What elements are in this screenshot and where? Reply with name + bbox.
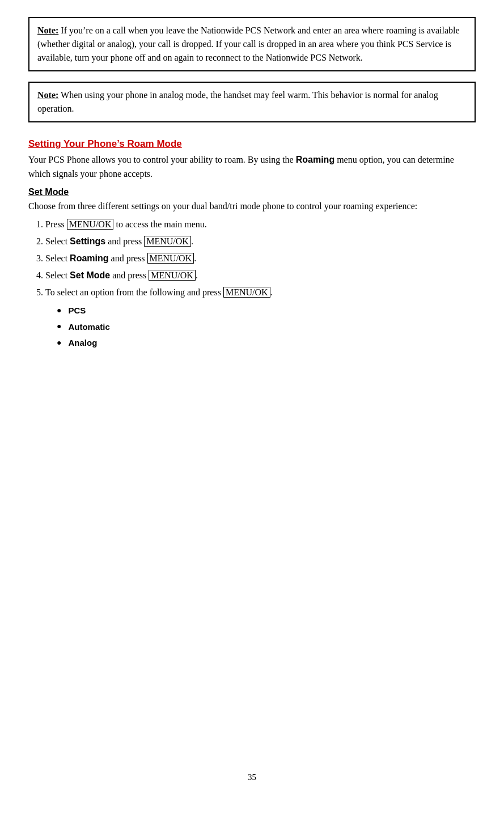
section-title: Setting Your Phone’s Roam Mode [28, 138, 476, 150]
subsection-title: Set Mode [28, 187, 476, 197]
note2-text: When using your phone in analog mode, th… [37, 90, 438, 113]
step2-bold: Settings [70, 236, 105, 246]
note-box-2: Note: When using your phone in analog mo… [28, 82, 476, 122]
note1-label: Note: [37, 26, 58, 35]
step-1: Press MENU/OK to access the main menu. [45, 218, 476, 232]
roam-mode-section: Setting Your Phone’s Roam Mode Your PCS … [28, 138, 476, 349]
step4-bold: Set Mode [70, 270, 110, 280]
bullet-analog: Analog [57, 336, 476, 349]
step2-key: MENU/OK [144, 236, 191, 247]
bullet-pcs: PCS [57, 304, 476, 317]
bullet-analog-text: Analog [68, 336, 97, 349]
subsection-desc: Choose from three different settings on … [28, 200, 476, 214]
step-2: Select Settings and press MENU/OK. [45, 235, 476, 249]
step1-key: MENU/OK [67, 219, 114, 230]
bullet-automatic: Automatic [57, 320, 476, 333]
intro-bold: Roaming [296, 155, 334, 164]
step3-bold: Roaming [70, 253, 108, 263]
step4-key: MENU/OK [149, 270, 196, 281]
bullet-automatic-text: Automatic [68, 320, 109, 333]
note-box-1: Note: If you’re on a call when you leave… [28, 17, 476, 71]
section-intro: Your PCS Phone allows you to control you… [28, 153, 476, 181]
intro-text-before: Your PCS Phone allows you to control you… [28, 155, 296, 164]
note1-text: If you’re on a call when you leave the N… [37, 26, 460, 62]
bullet-list: PCS Automatic Analog [57, 304, 476, 349]
step-4: Select Set Mode and press MENU/OK. [45, 269, 476, 283]
step-3: Select Roaming and press MENU/OK. [45, 252, 476, 266]
step3-key: MENU/OK [147, 253, 194, 264]
page-wrapper: Note: If you’re on a call when you leave… [28, 17, 476, 799]
steps-list: Press MENU/OK to access the main menu. S… [45, 218, 476, 299]
step-5: To select an option from the following a… [45, 286, 476, 300]
note2-label: Note: [37, 90, 58, 100]
page-number: 35 [248, 773, 256, 782]
bullet-pcs-text: PCS [68, 304, 86, 317]
step5-key: MENU/OK [223, 287, 270, 298]
